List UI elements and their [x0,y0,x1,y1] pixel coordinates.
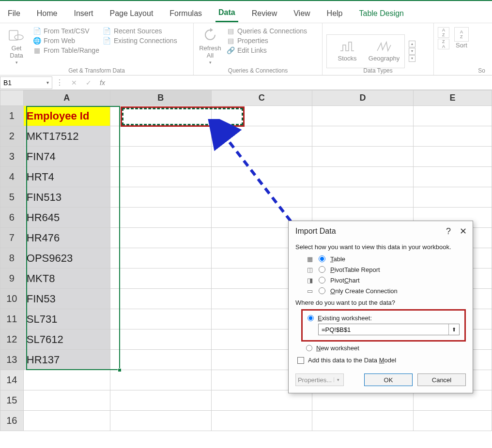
cell-A4[interactable]: HRT4 [23,167,110,187]
from-table-range-button[interactable]: ▦From Table/Range [33,46,99,54]
tab-view[interactable]: View [291,5,313,22]
row-header-9[interactable]: 9 [0,269,24,289]
existing-connections-button[interactable]: 📄Existing Connections [103,37,177,45]
svg-marker-2 [210,28,213,32]
tab-insert[interactable]: Insert [71,5,96,22]
data-types-more[interactable]: ▾ [409,55,415,62]
col-header-C[interactable]: C [211,90,312,106]
ok-button[interactable]: OK [364,373,413,386]
from-text-csv-button[interactable]: 📄From Text/CSV [33,27,99,35]
radio-pivottable[interactable] [319,266,325,273]
radio-pivotchart[interactable] [319,277,325,284]
cell-A1[interactable]: Employee Id [23,106,110,126]
cell-A2[interactable]: MKT17512 [23,126,110,147]
tab-review[interactable]: Review [249,5,280,22]
row-header-3[interactable]: 3 [0,147,24,167]
cell-A10[interactable]: FIN53 [23,289,110,309]
checkbox-data-model[interactable] [297,357,304,364]
tab-file[interactable]: File [5,5,23,22]
cell-A6[interactable]: HR645 [23,208,110,228]
cell-A12[interactable]: SL7612 [23,329,110,350]
tab-data[interactable]: Data [215,4,238,22]
row-header-12[interactable]: 12 [0,329,24,350]
cell-A16[interactable] [23,411,110,431]
refresh-all-button[interactable]: Refresh All ▾ [198,27,223,65]
cell-A11[interactable]: SL731 [23,309,110,329]
reference-input[interactable] [319,324,448,335]
radio-existing-worksheet[interactable] [308,315,314,321]
label-only-connection: Only Create Connection [330,287,398,295]
queries-connections-button[interactable]: ▤Queries & Connections [227,27,307,35]
tab-page-layout[interactable]: Page Layout [107,5,156,22]
recent-sources-button[interactable]: 📄Recent Sources [103,27,177,35]
fill-handle[interactable] [118,368,122,372]
dialog-help-button[interactable]: ? [446,226,451,237]
row-header-14[interactable]: 14 [0,370,24,390]
col-header-B[interactable]: B [110,90,211,106]
row-header-4[interactable]: 4 [0,167,24,187]
cell-E1[interactable] [413,106,492,126]
name-box[interactable]: B1 ▾ [0,76,52,89]
cell-A5[interactable]: FIN513 [23,187,110,208]
radio-table[interactable] [319,255,325,262]
radio-only-connection[interactable] [319,287,325,294]
col-header-D[interactable]: D [312,90,414,106]
links-icon: 🔗 [227,46,234,54]
from-web-button[interactable]: 🌐From Web [33,37,99,45]
tab-formulas[interactable]: Formulas [167,5,205,22]
row-header-1[interactable]: 1 [0,106,24,126]
group-label-data-types: Data Types [323,66,433,75]
tab-table-design[interactable]: Table Design [356,5,407,22]
row-header-15[interactable]: 15 [0,390,24,411]
data-types-up[interactable]: ▴ [409,41,415,47]
col-header-E[interactable]: E [413,90,492,106]
cell-A13[interactable]: HR137 [23,350,110,370]
properties-button[interactable]: ▤Properties [227,37,307,45]
edit-links-button[interactable]: 🔗Edit Links [227,46,307,54]
sort-asc-button[interactable]: AZ [438,27,449,38]
select-all-corner[interactable] [0,90,24,106]
dialog-close-button[interactable]: ✕ [460,226,467,237]
get-data-button[interactable]: Get Data ▾ [4,27,29,65]
col-header-A[interactable]: A [23,90,110,106]
radio-new-worksheet[interactable] [306,345,312,351]
row-header-2[interactable]: 2 [0,126,24,147]
query-icon: ▤ [227,27,234,35]
formula-bar[interactable] [109,76,492,89]
properties-dialog-button[interactable]: Properties...▾ [295,373,344,386]
sort-desc-button[interactable]: ZA [438,39,449,49]
recent-icon: 📄 [103,27,111,35]
ribbon-tabs: File Home Insert Page Layout Formulas Da… [0,4,492,23]
row-header-7[interactable]: 7 [0,228,24,248]
row-header-10[interactable]: 10 [0,289,24,309]
cell-A8[interactable]: OPS9623 [23,248,110,269]
tab-home[interactable]: Home [34,5,61,22]
group-label-sort-tail: So [434,66,487,75]
name-box-dropdown-icon[interactable]: ▾ [46,80,49,85]
cell-D1[interactable] [312,106,414,126]
cell-A9[interactable]: MKT8 [23,269,110,289]
data-type-geography[interactable]: Geography [366,36,402,67]
get-data-label: Get Data [4,45,29,59]
cell-A3[interactable]: FIN74 [23,147,110,167]
name-box-resize[interactable]: ⋮ [52,78,67,87]
cell-A7[interactable]: HR476 [23,228,110,248]
sort-button[interactable]: AZ Sort [454,27,469,49]
collapse-dialog-button[interactable]: ⬆ [448,324,459,335]
data-types-down[interactable]: ▾ [409,48,415,55]
row-header-6[interactable]: 6 [0,208,24,228]
enter-formula-button[interactable]: ✓ [81,76,96,89]
cell-A14[interactable] [23,370,110,390]
row-header-11[interactable]: 11 [0,309,24,329]
row-header-16[interactable]: 16 [0,411,24,431]
tab-help[interactable]: Help [324,5,346,22]
cancel-button[interactable]: Cancel [417,373,466,386]
data-type-stocks[interactable]: Stocks [329,36,366,67]
row-header-8[interactable]: 8 [0,248,24,269]
cancel-formula-button[interactable]: ✕ [67,76,81,89]
cell-A15[interactable] [23,390,110,411]
row-header-5[interactable]: 5 [0,187,24,208]
cell-B2[interactable] [110,126,211,147]
row-header-13[interactable]: 13 [0,350,24,370]
fx-label[interactable]: fx [96,79,109,87]
